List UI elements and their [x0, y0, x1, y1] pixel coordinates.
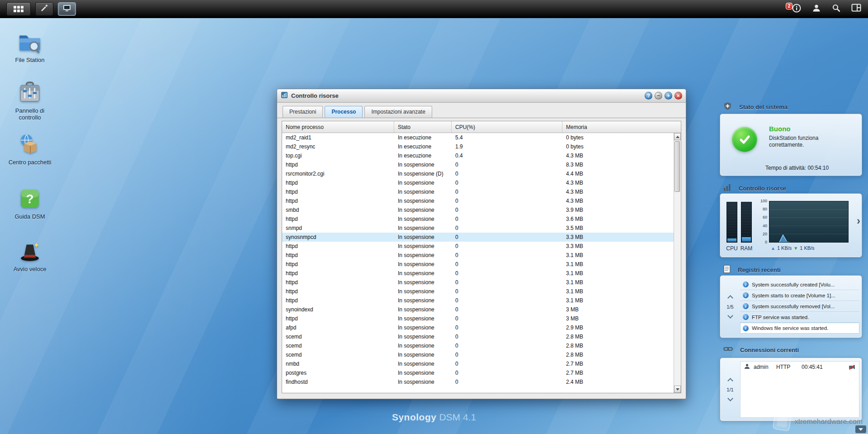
close-button[interactable]: × — [675, 92, 682, 100]
table-row[interactable]: httpd In sospensione 0 3.6 MB — [282, 215, 674, 224]
widgets-collapse-button[interactable] — [855, 425, 866, 433]
desktop-icon-package-center[interactable]: Centro pacchetti — [5, 132, 54, 166]
table-row[interactable]: scemd In sospensione 0 2.8 MB — [282, 350, 674, 359]
network-rates: ▲ 1 KB/s ▼ 1 KB/s — [771, 245, 815, 251]
table-row[interactable]: httpd In sospensione 0 3.1 MB — [282, 269, 674, 278]
desktop-icon-dsm-help[interactable]: ? Guida DSM — [5, 186, 54, 220]
scroll-down-button[interactable] — [674, 386, 681, 393]
logs-page-down-chevron[interactable] — [727, 313, 733, 319]
logs-pager: 1/5 — [720, 276, 740, 338]
table-row[interactable]: httpd In sospensione 0 3.1 MB — [282, 287, 674, 296]
connection-row[interactable]: admin HTTP 00:45:41 — [741, 362, 859, 372]
upload-rate: 1 KB/s — [777, 245, 792, 251]
download-arrow-icon: ▼ — [793, 246, 798, 251]
connections-page-up-chevron[interactable] — [727, 378, 733, 384]
table-row[interactable]: afpd In sospensione 0 2.9 MB — [282, 323, 674, 332]
search-button[interactable] — [831, 4, 842, 14]
user-menu-button[interactable] — [811, 4, 822, 14]
desktop-icon-label: Pannello di controllo — [5, 107, 54, 121]
connection-protocol: HTTP — [776, 364, 798, 370]
desktop-icon-label: Guida DSM — [5, 213, 54, 220]
pilot-view-button[interactable] — [851, 4, 862, 14]
resource-monitor-window-icon — [281, 91, 288, 100]
connections-page-down-chevron[interactable] — [727, 396, 733, 401]
package-center-icon — [5, 132, 54, 157]
tab-impostazioni-avanzate[interactable]: Impostazioni avanzate — [364, 106, 432, 118]
table-row[interactable]: smbd In sospensione 0 3.9 MB — [282, 205, 674, 215]
window-controls: ? − + × — [645, 92, 682, 100]
watermark: xtremehardware.com — [774, 413, 863, 430]
log-entry[interactable]: iWindows file service was started. — [740, 323, 859, 334]
cpu-gauge-label: CPU — [724, 245, 740, 252]
download-rate: 1 KB/s — [800, 245, 814, 251]
table-row[interactable]: httpd In sospensione 0 3.1 MB — [282, 260, 674, 269]
column-header-stato[interactable]: Stato — [394, 121, 452, 133]
desktop-icon-file-station[interactable]: File Station — [5, 30, 54, 63]
tab-bar: Prestazioni Processo Impostazioni avanza… — [277, 103, 686, 118]
desktop-icon-label: Centro pacchetti — [5, 159, 54, 166]
taskbar-app-resource-monitor[interactable] — [58, 2, 76, 16]
table-row[interactable]: httpd In sospensione 0 4.3 MB — [282, 178, 674, 187]
table-row[interactable]: httpd In sospensione 0 3.1 MB — [282, 278, 674, 287]
svg-text:?: ? — [26, 192, 33, 206]
table-row[interactable]: md2_resync In esecuzione 1.9 0 bytes — [282, 142, 674, 151]
table-row[interactable]: httpd In sospensione 0 3.1 MB — [282, 251, 674, 260]
table-row[interactable]: httpd In sospensione 0 3.1 MB — [282, 296, 674, 305]
scroll-up-button[interactable] — [674, 133, 681, 140]
log-entry[interactable]: iSystem successfully removed [Vol... — [740, 301, 859, 312]
column-header-nome-processo[interactable]: Nome processo — [282, 121, 394, 133]
main-menu-button[interactable] — [6, 2, 31, 16]
table-row[interactable]: postgres In sospensione 0 2.7 MB — [282, 368, 674, 377]
table-row[interactable]: httpd In sospensione 0 4.3 MB — [282, 196, 674, 205]
table-row[interactable]: httpd In sospensione 0 4.3 MB — [282, 187, 674, 196]
log-entry[interactable]: iSystem starts to create [Volume 1]... — [740, 290, 859, 301]
table-row[interactable]: scemd In sospensione 0 2.8 MB — [282, 341, 674, 350]
connections-list: admin HTTP 00:45:41 — [740, 361, 859, 418]
apps-grid-icon — [14, 6, 24, 12]
status-ok-icon — [732, 127, 757, 152]
minimize-button[interactable]: − — [655, 92, 662, 100]
notification-badge: 2 — [786, 3, 793, 10]
window-titlebar[interactable]: Controllo risorse ? − + × — [277, 89, 686, 103]
table-row[interactable]: httpd In sospensione 0 8.3 MB — [282, 160, 674, 169]
log-entry[interactable]: iSystem successfully created [Volu... — [740, 279, 859, 290]
table-row[interactable]: md2_raid1 In esecuzione 5.4 0 bytes — [282, 133, 674, 142]
taskbar-app-quick-start[interactable] — [35, 2, 53, 16]
table-row[interactable]: synosnmpcd In sospensione 0 3.3 MB — [282, 233, 674, 242]
vertical-scrollbar[interactable] — [674, 133, 681, 393]
table-row[interactable]: rsrcmonitor2.cgi In sospensione (D) 0 4.… — [282, 169, 674, 178]
table-row[interactable]: scemd In sospensione 0 2.8 MB — [282, 332, 674, 341]
table-row[interactable]: top.cgi In esecuzione 0.4 4.3 MB — [282, 151, 674, 160]
log-entry[interactable]: iFTP service was started. — [740, 312, 859, 323]
bar-chart-icon — [723, 183, 731, 193]
tab-processo[interactable]: Processo — [325, 106, 363, 118]
scrollbar-thumb[interactable] — [675, 141, 680, 192]
logs-page-up-chevron[interactable] — [727, 295, 733, 301]
open-resource-monitor-chevron[interactable]: › — [857, 215, 860, 226]
tab-prestazioni[interactable]: Prestazioni — [283, 106, 323, 118]
kick-connection-icon[interactable] — [849, 364, 855, 370]
column-header-cpu[interactable]: CPU(%) — [452, 121, 562, 133]
panel-grid-icon — [851, 4, 861, 14]
table-row[interactable]: findhostd In sospensione 0 2.4 MB — [282, 377, 674, 386]
notifications-button[interactable]: 2 — [791, 4, 802, 14]
maximize-button[interactable]: + — [665, 92, 672, 100]
document-icon — [723, 265, 731, 275]
table-row[interactable]: synoindexd In sospensione 0 3 MB — [282, 305, 674, 314]
table-row[interactable]: httpd In sospensione 0 3.3 MB — [282, 242, 674, 251]
desktop-icon-control-panel[interactable]: Pannello di controllo — [5, 81, 54, 121]
link-icon — [723, 346, 733, 354]
widget-header-connections: Connessioni correnti — [723, 346, 799, 354]
table-row[interactable]: nmbd In sospensione 0 2.7 MB — [282, 359, 674, 368]
ram-gauge-label: RAM — [738, 245, 755, 252]
desktop-icon-quick-start[interactable]: Avvio veloce — [5, 239, 54, 272]
help-button[interactable]: ? — [645, 92, 652, 100]
window-title: Controllo risorse — [291, 92, 339, 99]
table-header: Nome processo Stato CPU(%) Memoria — [282, 121, 681, 133]
table-row[interactable]: snmpd In sospensione 0 3.5 MB — [282, 224, 674, 233]
shield-plus-icon — [723, 102, 732, 112]
table-row[interactable]: httpd In sospensione 0 3 MB — [282, 314, 674, 323]
column-header-memoria[interactable]: Memoria — [562, 121, 681, 133]
upload-arrow-icon: ▲ — [771, 246, 775, 251]
control-panel-icon — [5, 81, 54, 105]
